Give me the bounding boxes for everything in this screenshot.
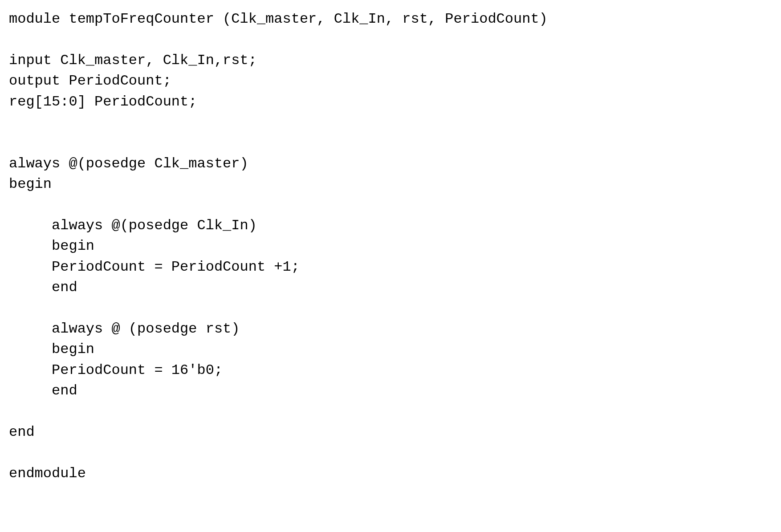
verilog-code-block: module tempToFreqCounter (Clk_master, Cl…: [0, 0, 781, 493]
